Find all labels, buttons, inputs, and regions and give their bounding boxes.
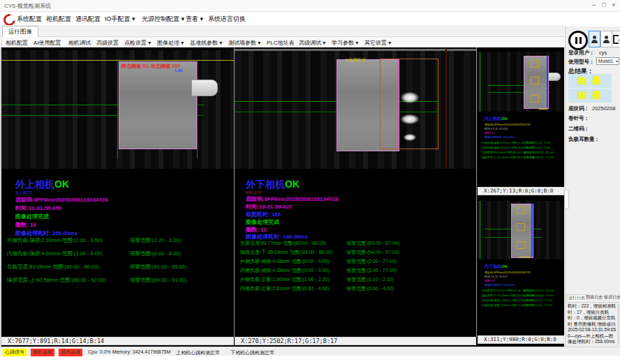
- tool-test-params[interactable]: 测试项参数 ▾: [228, 39, 260, 47]
- small-bottom-coordinate-bar: X:311;Y:980;R:0;G:0;B:0: [478, 335, 564, 344]
- turns-line: 圈数: 13: [15, 221, 36, 229]
- tool-spot-check[interactable]: 点检设置 ▾: [124, 39, 151, 47]
- user-icon: [603, 36, 610, 43]
- light-flare: [404, 134, 416, 141]
- login-user-label: 登录用户：: [568, 50, 595, 56]
- log-tab-run[interactable]: 运行日志: [567, 294, 586, 301]
- alarm-range: 报警范围:(0.60 - 4.00): [346, 285, 394, 292]
- measure-row: 外侧负极-隔膜:2.93mm 范围:(2.00 - 3.50): [7, 237, 103, 244]
- ai-region-label: AI检测区域: [345, 57, 366, 63]
- camera-link-badge: 相机连接: [31, 349, 54, 356]
- tab-run-image[interactable]: 运行图像: [2, 26, 38, 37]
- camera-name: 内下相机: [485, 264, 501, 268]
- tool-camera-config[interactable]: 相机配置: [6, 39, 28, 47]
- mini-alarm-range: 报警范围:(2.00 - 77.00): [524, 303, 552, 307]
- model-value: Model1: [598, 59, 613, 63]
- tool-image-process[interactable]: 图像处理 ▾: [157, 39, 184, 47]
- menu-camera-config[interactable]: 相机配置: [46, 15, 71, 24]
- time-line: 时间:13-31-59-650: [15, 204, 62, 212]
- camera-name: 外上相机: [15, 179, 54, 190]
- pause-icon: [580, 37, 582, 44]
- toolbar-grip: [1, 38, 4, 46]
- result-box-upper: 结 果: [568, 74, 612, 88]
- elapsed-line: 图像处理耗时: 256.00ms: [15, 229, 78, 237]
- mini-elapsed-line: 图像处理耗时: 140.00ms: [485, 283, 515, 287]
- mini-elapsed-line: 图像处理耗时: 256.00ms: [485, 135, 515, 139]
- detect-marker: [517, 206, 525, 214]
- workpiece-region: [119, 61, 197, 149]
- green-edge-line: [480, 201, 480, 259]
- center-coordinate-bar: X:270;Y:2502;R:17;G:17;B:17: [235, 337, 476, 345]
- right-control-panel: → 登录用户： cys 使用型号： Model1 ▾ 总结果： 结 果 结 果 …: [565, 26, 620, 356]
- green-edge-line: [117, 61, 118, 159]
- heartbeat-badge: 心跳信号: [3, 349, 27, 356]
- green-edge-line: [197, 61, 198, 159]
- detect-marker: [531, 95, 539, 103]
- tool-camera-debug[interactable]: 相机调试: [68, 39, 91, 47]
- gray-top-band: [235, 49, 476, 51]
- comm-link-badge: 通讯连接: [59, 349, 82, 356]
- measure-row: 隔膜宽度-上:90.56mm 范围:(88.00 - 92.00): [7, 277, 106, 284]
- menu-comm-config[interactable]: 通讯配置: [75, 15, 101, 24]
- window-title: CYS-视觉检测系统: [4, 2, 51, 10]
- center-camera-subtitle: MSC:0:70: [246, 190, 261, 195]
- left-camera-image: 静态阈值:93, 动态阈值:100 1.88: [1, 50, 234, 169]
- blue-edge-line: [547, 56, 548, 107]
- menu-language-switch[interactable]: 系统语言切换: [208, 15, 246, 24]
- camera-status-ok: OK: [501, 116, 508, 121]
- camera-status-ok: OK: [54, 179, 69, 190]
- menu-system-config[interactable]: 系统配置: [17, 15, 42, 24]
- alarm-range: 报警范围:(94.00 - 97.00): [346, 249, 399, 256]
- menu-io-config[interactable]: IO手配置 ▾: [105, 15, 135, 24]
- splitter-handle[interactable]: [564, 190, 569, 209]
- green-edge-line: [480, 52, 480, 112]
- threshold-overlay-label: 静态阈值:93, 动态阈值:100: [121, 63, 180, 70]
- detect-marker: [517, 241, 525, 249]
- measure-row: 内侧负极-正极:2.61mm 范围:(0.60 - 4.00): [240, 285, 330, 292]
- tool-other-settings[interactable]: 其它设置 ▾: [364, 39, 391, 47]
- measure-row: 内侧负极-隔膜:4.60mm 范围:(3.00 - 6.00): [7, 250, 103, 257]
- menu-light-config[interactable]: 光源控制配置 ▾: [142, 15, 184, 24]
- small-top-title: 内上相机OK: [485, 116, 508, 122]
- model-select[interactable]: Model1 ▾: [596, 57, 619, 65]
- tool-advanced-setting[interactable]: 高级设置: [96, 39, 119, 47]
- exit-button[interactable]: →: [612, 31, 620, 47]
- close-button[interactable]: ×: [609, 1, 619, 8]
- mini-time-line: 时间:13-31-59-650: [485, 127, 508, 130]
- barcode-line: 底纹码:0FFIline20250208133134728: [15, 196, 108, 204]
- log-tab-defect[interactable]: 瑕疵日志: [586, 294, 603, 301]
- switch-user-button[interactable]: [600, 31, 612, 47]
- log-tab-error[interactable]: 错误日志: [604, 294, 620, 301]
- tool-plc-address[interactable]: PLC地址表: [267, 39, 295, 47]
- result-box-lower: 结 果: [568, 89, 612, 103]
- log-scrollbar[interactable]: [617, 303, 619, 345]
- cpu-memory-status: Cpu: 0.0% Memory: 3424.41796875M: [88, 349, 170, 354]
- tool-advanced-debug[interactable]: 高级调试 ▾: [299, 39, 325, 47]
- tab-count-label: 负极耳数量：: [568, 136, 600, 143]
- minimize-button[interactable]: –: [589, 1, 599, 8]
- center-camera-title: 外下相机OK: [246, 179, 300, 191]
- mini-alarm-range: 报警范围:(89.00 - 91.00): [524, 156, 554, 159]
- mini-alarm-range: 报警范围:(81.00 - 85.00): [524, 151, 554, 154]
- pause-button[interactable]: [568, 31, 588, 50]
- tool-ai-config[interactable]: AI使用配置: [34, 39, 61, 47]
- chevron-down-icon: ▾: [616, 58, 618, 65]
- yellow-marker: [519, 257, 529, 257]
- roll-number-label: 卷针号：: [568, 115, 589, 122]
- mini-alarm-range: 报警范围:(2.20 - 3.20): [524, 141, 551, 144]
- dark-red-line: [445, 49, 447, 169]
- maximize-button[interactable]: □: [599, 1, 609, 8]
- alarm-range: 报警范围:(89.00 - 91.00): [130, 277, 186, 284]
- mini-alarm-range: 报警范围:(0.00 - 8.00): [524, 146, 551, 149]
- menu-view[interactable]: 查看 ▾: [186, 15, 203, 24]
- tool-baseline-params[interactable]: 基准线参数 ▾: [190, 39, 222, 47]
- alarm-range: 报警范围:(2.00 - 77.00): [346, 267, 397, 274]
- login-user-button[interactable]: [589, 31, 600, 47]
- pause-icon: [575, 37, 577, 44]
- grab-elapsed-line: 取图耗时: 166: [246, 211, 281, 218]
- tool-learn-params[interactable]: 学习参数 ▾: [332, 39, 358, 47]
- panel-separator: [476, 47, 477, 337]
- small-top-coordinate-bar: X:267;Y:13;R:0;G:0;B:0: [478, 187, 564, 195]
- blue-edge-line: [531, 204, 533, 257]
- connector-object: [191, 79, 218, 96]
